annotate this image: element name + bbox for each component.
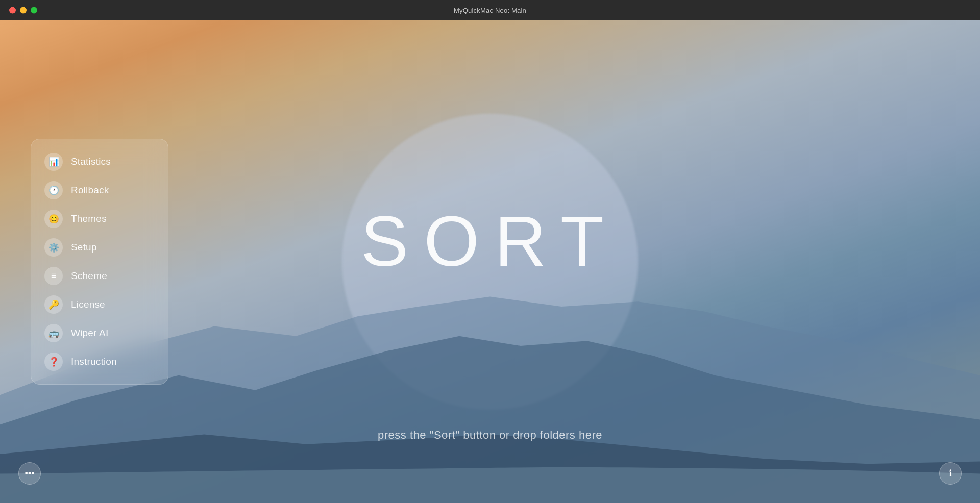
sidebar-item-scheme-label: Scheme [71, 270, 107, 282]
traffic-lights [9, 7, 37, 14]
sidebar-item-instruction-label: Instruction [71, 356, 117, 367]
maximize-button[interactable] [31, 7, 37, 14]
info-button[interactable]: ℹ [939, 462, 962, 485]
sort-subtitle: press the "Sort" button or drop folders … [378, 429, 602, 442]
sidebar-item-wiper-ai[interactable]: 🚌Wiper AI [37, 319, 162, 347]
themes-icon: 😊 [44, 210, 63, 228]
window-title: MyQuickMac Neo: Main [454, 7, 526, 14]
statistics-icon: 📊 [44, 153, 63, 171]
sidebar-item-instruction[interactable]: ❓Instruction [37, 347, 162, 376]
info-icon: ℹ [949, 468, 952, 479]
close-button[interactable] [9, 7, 16, 14]
main-background: SORT press the "Sort" button or drop fol… [0, 20, 980, 503]
minimize-button[interactable] [20, 7, 27, 14]
sidebar-item-statistics[interactable]: 📊Statistics [37, 147, 162, 176]
sidebar-item-themes[interactable]: 😊Themes [37, 205, 162, 233]
sidebar-item-scheme[interactable]: ≡Scheme [37, 262, 162, 290]
sidebar-item-rollback-label: Rollback [71, 185, 109, 196]
wiper-ai-icon: 🚌 [44, 324, 63, 342]
sidebar-item-setup-label: Setup [71, 242, 97, 253]
titlebar: MyQuickMac Neo: Main [0, 0, 980, 20]
sidebar-item-statistics-label: Statistics [71, 156, 111, 167]
setup-icon: ⚙️ [44, 238, 63, 257]
ellipsis-icon: ••• [25, 468, 35, 479]
sidebar-item-themes-label: Themes [71, 213, 107, 224]
sidebar-item-license-label: License [71, 299, 105, 310]
sidebar-item-setup[interactable]: ⚙️Setup [37, 233, 162, 262]
rollback-icon: 🕐 [44, 181, 63, 199]
sidebar-menu: 📊Statistics🕐Rollback😊Themes⚙️Setup≡Schem… [31, 139, 168, 385]
sidebar-item-license[interactable]: 🔑License [37, 290, 162, 319]
more-options-button[interactable]: ••• [18, 462, 41, 485]
sidebar-item-rollback[interactable]: 🕐Rollback [37, 176, 162, 205]
sidebar-item-wiper-ai-label: Wiper AI [71, 328, 108, 339]
license-icon: 🔑 [44, 295, 63, 314]
instruction-icon: ❓ [44, 353, 63, 371]
scheme-icon: ≡ [44, 267, 63, 285]
sort-heading[interactable]: SORT [361, 200, 619, 283]
